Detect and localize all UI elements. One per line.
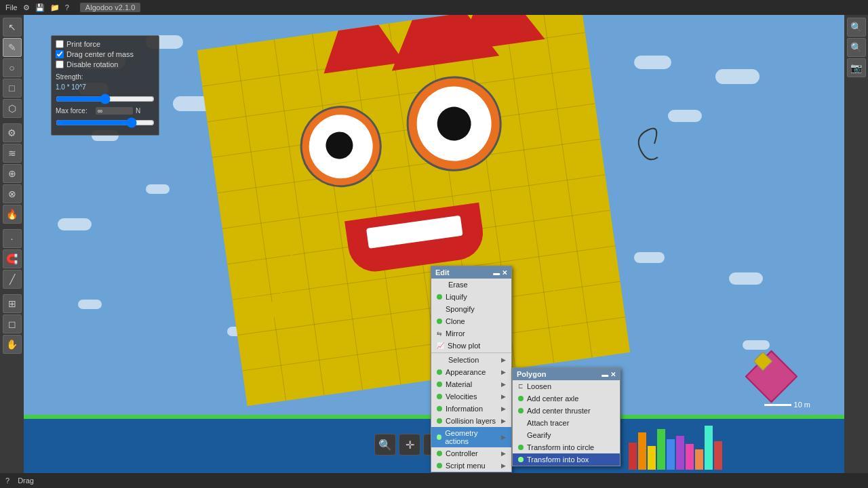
gear-icon[interactable]: ⚙ — [23, 3, 30, 12]
max-force-unit: N — [136, 107, 173, 115]
folder-icon[interactable]: 📁 — [50, 3, 60, 12]
print-force-checkbox[interactable] — [56, 40, 64, 48]
color-stacks — [629, 426, 722, 470]
edit-spongify[interactable]: Spongify — [431, 303, 511, 315]
zoom-plus-button[interactable]: 🔍 — [374, 434, 396, 455]
edit-show-plot[interactable]: 📈 Show plot — [431, 340, 511, 352]
polygon-gearify[interactable]: Gearify — [513, 429, 620, 441]
edit-collision-layers[interactable]: Collision layers — [431, 415, 511, 427]
drag-center-checkbox[interactable] — [56, 50, 64, 58]
polygon-menu-header[interactable]: Polygon ▬ ✕ — [513, 368, 620, 380]
polygon-loosen[interactable]: ⊏ Loosen — [513, 380, 620, 392]
polygon-add-center-axle[interactable]: Add center axle — [513, 392, 620, 405]
transform-box-label: Transform into box — [527, 455, 589, 464]
center-thruster-label: Add center thruster — [527, 407, 591, 415]
grid-v — [542, 15, 593, 358]
attach-tracer-label: Attach tracer — [527, 419, 569, 427]
right-toolbar: 🔍 🔍 📷 — [844, 15, 868, 473]
cloud — [634, 252, 665, 263]
move-button[interactable]: ✛ — [399, 434, 420, 455]
cloud — [668, 110, 702, 122]
drag-label: Drag — [18, 476, 34, 485]
edit-material[interactable]: Material — [431, 378, 511, 390]
drag-center-label: Drag center of mass — [66, 50, 134, 58]
circle-dot — [518, 445, 524, 450]
polygon-menu: Polygon ▬ ✕ ⊏ Loosen Add center axle Add… — [512, 367, 620, 466]
loosen-label: Loosen — [527, 382, 551, 390]
circle-tool[interactable]: ○ — [3, 58, 22, 77]
select-tool[interactable]: ⊞ — [3, 294, 22, 313]
script-label: Script menu — [446, 462, 486, 470]
edit-erase[interactable]: Erase — [431, 279, 511, 291]
edit-clone[interactable]: Clone — [431, 315, 511, 327]
gear-tool[interactable]: ⚙ — [3, 123, 22, 142]
edit-liquify[interactable]: Liquify — [431, 291, 511, 303]
edit-script-menu[interactable]: Script menu — [431, 460, 511, 472]
edit-controller[interactable]: Controller — [431, 447, 511, 460]
zoom-out-button[interactable]: 🔍 — [847, 38, 866, 57]
laser-tool[interactable]: ╱ — [3, 270, 22, 289]
draw-tool[interactable]: ✎ — [3, 38, 22, 57]
scene[interactable]: Print force Drag center of mass Disable … — [24, 15, 844, 473]
cloud — [743, 340, 770, 350]
polygon-transform-circle[interactable]: Transform into circle — [513, 441, 620, 453]
controller-label: Controller — [446, 449, 478, 458]
center-axle-label: Add center axle — [527, 394, 578, 403]
center-axle-dot — [518, 396, 524, 401]
appearance-dot — [437, 369, 442, 375]
edit-selection[interactable]: Selection — [431, 354, 511, 366]
polygon-menu-controls[interactable]: ▬ ✕ — [601, 371, 616, 378]
strength-slider[interactable] — [56, 94, 155, 104]
mouth-outer — [344, 203, 486, 275]
max-force-value: ∞ — [96, 107, 133, 115]
edit-menu-header[interactable]: Edit ▬ ✕ — [431, 266, 511, 279]
titlebar: File ⚙ 💾 📁 ? Algodoo v2.1.0 — [0, 0, 868, 15]
app-title: Algodoo v2.1.0 — [80, 3, 140, 12]
menu-divider — [431, 352, 511, 353]
camera-button[interactable]: 📷 — [847, 58, 866, 77]
velocities-label: Velocities — [446, 392, 477, 401]
thruster-tool[interactable]: 🔥 — [3, 205, 22, 224]
erase-tool[interactable]: ◻ — [3, 314, 22, 333]
edit-geometry-actions[interactable]: Geometry actions — [431, 427, 511, 447]
file-menu[interactable]: File — [5, 3, 18, 12]
center-thruster-dot — [518, 408, 524, 413]
spring-tool[interactable]: ≋ — [3, 144, 22, 163]
polygon-add-center-thruster[interactable]: Add center thruster — [513, 405, 620, 417]
axle-tool[interactable]: ⊗ — [3, 184, 22, 203]
edit-mirror[interactable]: ⇆ Mirror — [431, 327, 511, 340]
polygon-transform-box[interactable]: Transform into box — [513, 453, 620, 466]
cursor-tool[interactable]: ↖ — [3, 18, 22, 37]
velocities-dot — [437, 394, 442, 399]
eye-right-pupil — [435, 104, 473, 142]
pan-tool[interactable]: ✋ — [3, 335, 22, 354]
edit-information[interactable]: Information — [431, 403, 511, 415]
swirl-decoration — [614, 117, 668, 171]
eye-right-white — [412, 81, 496, 165]
polygon-menu-title: Polygon — [517, 370, 546, 378]
edit-velocities[interactable]: Velocities — [431, 390, 511, 403]
eye-left-white — [305, 110, 377, 182]
max-force-slider[interactable] — [56, 117, 155, 128]
polygon-attach-tracer[interactable]: Attach tracer — [513, 417, 620, 429]
teeth — [366, 216, 463, 249]
help-icon[interactable]: ? — [65, 3, 69, 12]
save-icon[interactable]: 💾 — [35, 3, 45, 12]
mirror-label: Mirror — [446, 329, 465, 338]
gearify-label: Gearify — [527, 431, 551, 439]
polygon-tool[interactable]: ⬡ — [3, 99, 22, 118]
tracer-tool[interactable]: · — [3, 229, 22, 248]
box-tool[interactable]: □ — [3, 79, 22, 98]
magnet-tool[interactable]: 🧲 — [3, 249, 22, 268]
collision-label: Collision layers — [446, 417, 496, 425]
edit-appearance[interactable]: Appearance — [431, 366, 511, 378]
hinge-tool[interactable]: ⊕ — [3, 164, 22, 183]
grid-v — [312, 34, 363, 390]
eye-left-outer — [295, 100, 387, 192]
zoom-in-button[interactable]: 🔍 — [847, 18, 866, 37]
material-label: Material — [446, 380, 472, 388]
pendulum-weight-left — [270, 299, 285, 318]
disable-rotation-checkbox[interactable] — [56, 60, 64, 68]
help-icon-bottom: ? — [5, 476, 9, 485]
edit-menu-close[interactable]: ▬ ✕ — [493, 269, 507, 277]
